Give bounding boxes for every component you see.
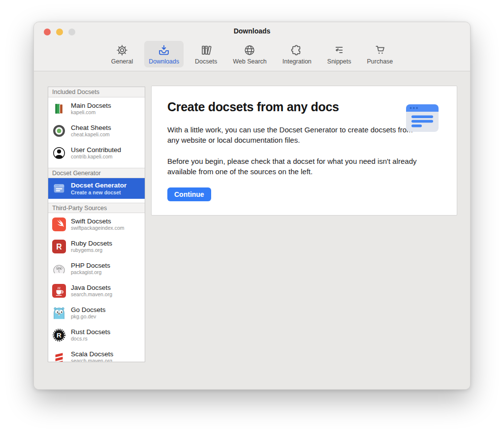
list-item-title: Ruby Docsets [71,240,112,248]
list-item-rust-docsets[interactable]: R Rust Docsets docs.rs [48,324,145,346]
tab-general[interactable]: General [107,41,137,67]
tab-label: Web Search [233,58,267,65]
scala-stripes-icon [52,350,66,363]
list-item-subtitle: docs.rs [71,336,110,342]
tab-label: Docsets [195,58,217,65]
panel-heading: Create docsets from any docs [167,100,339,114]
panel-paragraph-1: With a little work, you can use the Docs… [167,124,423,145]
browser-window-icon [406,104,439,134]
list-item-title: Main Docsets [71,102,111,110]
list-item-subtitle: cheat.kapeli.com [71,131,111,137]
books-icon [200,44,213,57]
list-item-subtitle: search.maven.org [71,291,112,297]
snippet-lines-icon [333,44,346,57]
download-tray-icon [158,44,170,57]
java-cup-icon [52,283,66,298]
puzzle-icon [290,44,303,57]
list-item-title: Docset Generator [71,182,126,189]
tab-label: Purchase [367,58,393,65]
go-gopher-icon [52,306,66,320]
svg-text:R: R [57,332,62,339]
target-icon [52,124,66,138]
swift-icon [52,217,66,232]
list-item-subtitle: contrib.kapeli.com [71,154,121,159]
list-item-subtitle: swiftpackageindex.com [71,225,125,231]
php-elephant-icon [52,261,66,276]
green-books-icon [52,101,66,116]
list-item-title: Go Docsets [71,306,106,314]
tab-label: Snippets [327,58,351,65]
tab-label: Downloads [149,58,179,65]
section-header-third-party-sources: Third-Party Sources [48,203,145,213]
list-item-ruby-docsets[interactable]: R Ruby Docsets rubygems.org [48,235,145,257]
tab-label: General [111,58,133,65]
titlebar: Downloads [34,22,470,40]
list-item-title: Rust Docsets [71,328,110,336]
svg-text:R: R [56,243,62,251]
section-header-included-docsets: Included Docsets [48,87,145,97]
list-item-swift-docsets[interactable]: Swift Docsets swiftpackageindex.com [48,213,145,235]
list-item-title: Java Docsets [71,284,112,292]
docset-sources-list: Included Docsets Main Docsets kapeli.com [48,87,145,362]
preferences-content: Included Docsets Main Docsets kapeli.com [34,71,470,390]
continue-button[interactable]: Continue [167,187,211,201]
list-item-title: User Contributed [71,146,121,154]
preferences-window: Downloads General Downloads [33,22,471,390]
list-item-go-docsets[interactable]: Go Docsets pkg.go.dev [48,302,145,324]
tab-snippets[interactable]: Snippets [323,41,356,67]
list-item-subtitle: Create a new docset [71,189,126,195]
list-item-subtitle: rubygems.org [71,247,112,253]
tab-label: Integration [283,58,312,65]
rust-gear-icon: R [52,328,66,342]
list-item-java-docsets[interactable]: Java Docsets search.maven.org [48,280,145,302]
window-title: Downloads [34,22,470,40]
cart-icon [374,44,386,57]
tab-web-search[interactable]: Web Search [228,41,271,67]
panel-paragraph-2: Before you begin, please check that a do… [167,156,423,177]
list-item-title: Swift Docsets [71,218,125,225]
tab-purchase[interactable]: Purchase [362,41,397,67]
gear-icon [116,44,128,57]
list-item-main-docsets[interactable]: Main Docsets kapeli.com [48,97,145,120]
list-item-scala-docsets[interactable]: Scala Docsets search.maven.org [48,346,145,362]
list-item-php-docsets[interactable]: PHP Docsets packagist.org [48,257,145,280]
list-item-subtitle: kapeli.com [71,109,111,115]
window-doc-icon [52,181,66,196]
list-item-title: Scala Docsets [71,350,113,358]
list-item-subtitle: pkg.go.dev [71,313,106,319]
docset-generator-panel: Create docsets from any docs With a litt… [151,86,457,216]
list-item-subtitle: search.maven.org [71,358,113,362]
list-item-title: Cheat Sheets [71,124,111,132]
tab-downloads[interactable]: Downloads [144,41,184,67]
list-item-cheat-sheets[interactable]: Cheat Sheets cheat.kapeli.com [48,120,145,142]
list-item-subtitle: packagist.org [71,269,110,275]
list-item-title: PHP Docsets [71,262,110,270]
tab-integration[interactable]: Integration [278,41,316,67]
globe-icon [243,44,256,57]
list-item-user-contributed[interactable]: User Contributed contrib.kapeli.com [48,142,145,164]
section-header-docset-generator: Docset Generator [48,168,145,178]
list-item-docset-generator[interactable]: Docset Generator Create a new docset [48,178,145,199]
person-icon [52,146,66,160]
tab-docsets[interactable]: Docsets [190,41,221,67]
ruby-icon: R [52,239,66,254]
preferences-toolbar: General Downloads Docsets [34,40,470,71]
